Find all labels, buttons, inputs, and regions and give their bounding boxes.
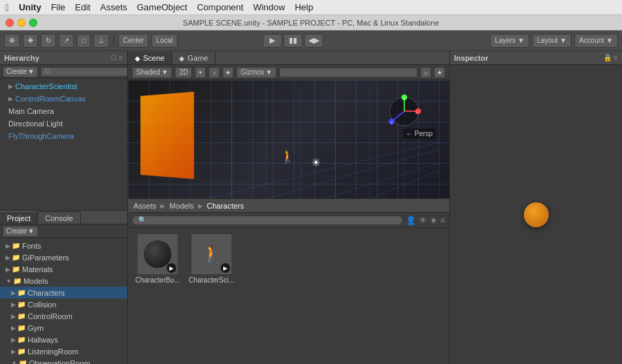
- assets-eye-icon[interactable]: 👁: [419, 215, 427, 225]
- project-item-listeningroom[interactable]: ▶ 📁 ListeningRoom: [0, 345, 127, 357]
- hand-tool[interactable]: ☸: [4, 34, 20, 48]
- play-controls: ▶ ▮▮ ◀▶: [263, 34, 323, 48]
- assets-list-icon[interactable]: ≡: [440, 215, 445, 225]
- audio-toggle[interactable]: ♪: [209, 67, 220, 78]
- 2d-button[interactable]: 2D: [175, 67, 192, 78]
- menu-component[interactable]: Component: [197, 2, 243, 12]
- minimize-button[interactable]: [17, 19, 26, 27]
- hierarchy-create-button[interactable]: Create ▼: [3, 66, 38, 77]
- step-button[interactable]: ◀▶: [304, 34, 323, 48]
- hierarchy-item-characterscientist[interactable]: ▶ CharacterScientist: [0, 80, 127, 93]
- account-dropdown[interactable]: Account ▼: [574, 34, 618, 48]
- assets-grid: ▶ CharacterBu... 🚶 ▶ CharacterSci...: [128, 228, 449, 364]
- layers-dropdown[interactable]: Layers ▼: [490, 34, 529, 48]
- shaded-dropdown[interactable]: Shaded ▼: [132, 67, 172, 78]
- hierarchy-icons: ☐ ≡: [111, 54, 123, 61]
- inspector-header: Inspector 🔒 ≡: [450, 51, 622, 65]
- arrow-icon: ▶: [6, 266, 10, 273]
- item-label: GiParameters: [22, 253, 69, 262]
- project-item-controlroom[interactable]: ▶ 📁 ControlRoom: [0, 310, 127, 322]
- hierarchy-item-directionallight[interactable]: Directional Light: [0, 117, 127, 130]
- persp-label[interactable]: ← Persp: [403, 128, 435, 139]
- project-item-materials[interactable]: ▶ 📁 Materials: [0, 263, 127, 275]
- folder-icon: 📁: [17, 347, 26, 355]
- assets-search-input[interactable]: [132, 215, 403, 225]
- scene-controls: Shaded ▼ 2D ☀ ♪ ★ Gizmos ▼ ⌕ ★: [128, 65, 449, 80]
- hierarchy-title: Hierarchy: [4, 54, 39, 62]
- scene-viewport[interactable]: 🚶 ☀ ← Persp x y: [128, 80, 449, 198]
- menu-window[interactable]: Window: [253, 2, 285, 12]
- menu-unity[interactable]: Unity: [19, 2, 41, 12]
- scene-star-icon[interactable]: ★: [434, 67, 445, 78]
- project-item-characters[interactable]: ▶ 📁 Characters: [0, 287, 127, 298]
- rect-tool[interactable]: □: [77, 34, 91, 48]
- maximize-button[interactable]: [29, 19, 37, 27]
- lighting-toggle[interactable]: ☀: [195, 67, 206, 78]
- pause-button[interactable]: ▮▮: [283, 34, 303, 48]
- item-label: ControlRoom: [28, 312, 73, 320]
- layout-dropdown[interactable]: Layout ▼: [532, 34, 572, 48]
- inspector-title: Inspector: [454, 54, 489, 62]
- gizmos-dropdown[interactable]: Gizmos ▼: [236, 67, 276, 78]
- move-tool[interactable]: ✚: [23, 34, 38, 48]
- inspector-icons: 🔒 ≡: [603, 54, 618, 61]
- hierarchy-menu-icon[interactable]: ≡: [119, 54, 123, 61]
- play-button[interactable]: ▶: [263, 34, 282, 48]
- hierarchy-toolbar: Create ▼: [0, 65, 127, 79]
- axis-gizmo: x y z: [387, 94, 422, 128]
- hierarchy-item-maincamera[interactable]: Main Camera: [0, 105, 127, 117]
- center-button[interactable]: Center: [118, 34, 149, 48]
- project-item-giparameters[interactable]: ▶ 📁 GiParameters: [0, 251, 127, 263]
- hierarchy-search[interactable]: [41, 67, 127, 77]
- project-item-collision[interactable]: ▶ 📁 Collision: [0, 298, 127, 310]
- inspector-lock-icon[interactable]: 🔒: [603, 54, 612, 61]
- breadcrumb-characters[interactable]: Characters: [207, 202, 244, 210]
- play-overlay-icon: ▶: [220, 263, 230, 273]
- asset-characterbu[interactable]: ▶ CharacterBu...: [133, 233, 182, 285]
- project-create-button[interactable]: Create ▼: [3, 226, 38, 237]
- project-item-observationroom[interactable]: ▼ 📁 ObservationRoom: [0, 357, 127, 364]
- project-item-models[interactable]: ▼ 📁 Models: [0, 275, 127, 287]
- item-label: Fonts: [22, 242, 41, 250]
- menu-gameobject[interactable]: GameObject: [137, 2, 187, 12]
- arrow-icon: ▶: [11, 348, 16, 355]
- project-toolbar: Create ▼: [0, 224, 127, 238]
- menu-edit[interactable]: Edit: [75, 2, 91, 12]
- hierarchy-item-flythroughcamera[interactable]: FlyThroughCamera: [0, 130, 127, 142]
- tab-project[interactable]: Project: [0, 211, 38, 224]
- folder-icon: 📁: [17, 324, 26, 332]
- asset-charsci[interactable]: 🚶 ▶ CharacterSci...: [187, 233, 236, 285]
- close-button[interactable]: [6, 19, 14, 27]
- breadcrumb-assets[interactable]: Assets: [133, 202, 156, 210]
- inspector-menu-icon[interactable]: ≡: [614, 54, 618, 61]
- arrow-icon: ▶: [8, 83, 13, 90]
- hierarchy-lock-icon[interactable]: ☐: [111, 54, 117, 61]
- hierarchy-header: Hierarchy ☐ ≡: [0, 51, 127, 65]
- assets-person-icon[interactable]: 👤: [406, 215, 416, 225]
- menu-file[interactable]: File: [51, 2, 66, 12]
- menu-assets[interactable]: Assets: [100, 2, 127, 12]
- item-label: ObservationRoom: [29, 359, 91, 365]
- assets-star-icon[interactable]: ★: [430, 215, 437, 225]
- project-item-hallways[interactable]: ▶ 📁 Hallways: [0, 334, 127, 345]
- folder-icon: 📁: [13, 277, 21, 285]
- scene-search[interactable]: [279, 68, 417, 77]
- scale-tool[interactable]: ↗: [59, 34, 74, 48]
- breadcrumb-models[interactable]: Models: [169, 202, 194, 210]
- rotate-tool[interactable]: ↻: [41, 34, 56, 48]
- project-item-fonts[interactable]: ▶ 📁 Fonts: [0, 240, 127, 251]
- tab-scene[interactable]: ◆ Scene: [128, 52, 172, 64]
- folder-icon: 📁: [17, 336, 26, 343]
- effects-toggle[interactable]: ★: [223, 67, 234, 78]
- apple-menu[interactable]: : [6, 2, 9, 13]
- scene-background: 🚶 ☀ ← Persp x y: [128, 80, 449, 198]
- project-item-gym[interactable]: ▶ 📁 Gym: [0, 322, 127, 334]
- local-button[interactable]: Local: [151, 34, 178, 48]
- hierarchy-item-controlroomcanvas[interactable]: ▶ ControlRoomCanvas: [0, 93, 127, 105]
- tab-game[interactable]: ◆ Game: [172, 52, 216, 64]
- menu-help[interactable]: Help: [294, 2, 313, 12]
- inspector-content: [450, 65, 622, 364]
- transform-tool[interactable]: ⊥: [93, 34, 109, 48]
- tab-console[interactable]: Console: [38, 211, 80, 224]
- scene-search-icon[interactable]: ⌕: [420, 67, 431, 78]
